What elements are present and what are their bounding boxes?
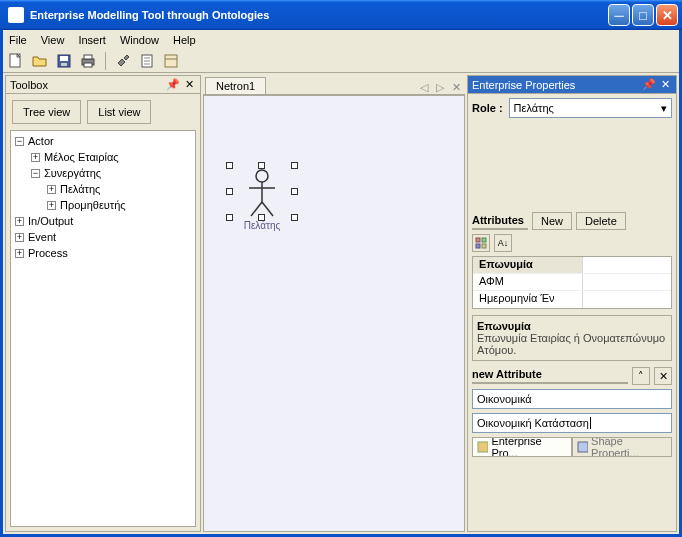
tree-node[interactable]: In/Output xyxy=(28,215,73,227)
actor-label: Πελάτης xyxy=(232,220,292,231)
toolbar xyxy=(3,49,679,73)
properties-title: Enterprise Properties xyxy=(472,79,575,91)
resize-handle[interactable] xyxy=(226,188,233,195)
tree-node-actor[interactable]: Actor xyxy=(28,135,54,147)
canvas-tabstrip: Netron1 ◁ ▷ ✕ xyxy=(203,75,465,95)
properties-header: Enterprise Properties 📌 ✕ xyxy=(468,76,676,94)
title-bar: Enterprise Modelling Tool through Ontolo… xyxy=(0,0,682,30)
chevron-down-icon: ▾ xyxy=(661,102,667,115)
close-panel-icon[interactable]: ✕ xyxy=(182,78,196,92)
app-icon xyxy=(8,7,24,23)
resize-handle[interactable] xyxy=(291,162,298,169)
tree-node[interactable]: Μέλος Εταιρίας xyxy=(44,151,119,163)
attributes-label: Attributes xyxy=(472,214,528,230)
menu-window[interactable]: Window xyxy=(120,34,159,46)
new-attribute-category-input[interactable]: Οικονομικά xyxy=(472,389,672,409)
tree-node[interactable]: Event xyxy=(28,231,56,243)
menu-insert[interactable]: Insert xyxy=(78,34,106,46)
collapse-icon[interactable]: − xyxy=(31,169,40,178)
collapse-up-icon[interactable]: ˄ xyxy=(632,367,650,385)
menu-help[interactable]: Help xyxy=(173,34,196,46)
form-icon[interactable] xyxy=(162,52,180,70)
tree-view-button[interactable]: Tree view xyxy=(12,100,81,124)
svg-rect-5 xyxy=(84,55,92,59)
new-file-icon[interactable] xyxy=(7,52,25,70)
actor-shape[interactable]: Πελάτης xyxy=(232,168,292,231)
attributes-grid[interactable]: Επωνυμία ΑΦΜ Ημερομηνία Έν xyxy=(472,256,672,309)
expand-icon[interactable]: + xyxy=(47,201,56,210)
resize-handle[interactable] xyxy=(258,162,265,169)
toolbox-title: Toolbox xyxy=(10,79,48,91)
tab-shape-properties[interactable]: Shape Properti... xyxy=(572,438,672,457)
save-icon[interactable] xyxy=(55,52,73,70)
svg-rect-3 xyxy=(61,63,67,66)
description-title: Επωνυμία xyxy=(477,320,667,332)
settings-icon[interactable] xyxy=(114,52,132,70)
role-select[interactable]: Πελάτης ▾ xyxy=(509,98,672,118)
new-button[interactable]: New xyxy=(532,212,572,230)
maximize-button[interactable]: □ xyxy=(632,4,654,26)
expand-icon[interactable]: + xyxy=(15,233,24,242)
expand-icon[interactable]: + xyxy=(15,249,24,258)
toolbox-header: Toolbox 📌 ✕ xyxy=(6,76,200,94)
tree-node[interactable]: Συνεργάτης xyxy=(44,167,101,179)
resize-handle[interactable] xyxy=(226,162,233,169)
expand-icon[interactable]: + xyxy=(31,153,40,162)
resize-handle[interactable] xyxy=(291,214,298,221)
svg-rect-21 xyxy=(482,244,486,248)
menu-view[interactable]: View xyxy=(41,34,65,46)
grid-row[interactable]: Ημερομηνία Έν xyxy=(473,291,583,308)
properties-panel: Enterprise Properties 📌 ✕ Role : Πελάτης… xyxy=(467,75,677,532)
grid-row-selected[interactable]: Επωνυμία xyxy=(473,257,583,273)
grid-row[interactable]: ΑΦΜ xyxy=(473,274,583,290)
tab-close-icon[interactable]: ✕ xyxy=(448,81,465,94)
categorize-icon[interactable] xyxy=(472,234,490,252)
cancel-new-icon[interactable]: ✕ xyxy=(654,367,672,385)
new-attribute-name-input[interactable]: Οικονομική Κατάσταση xyxy=(472,413,672,433)
close-button[interactable]: ✕ xyxy=(656,4,678,26)
canvas-panel: Netron1 ◁ ▷ ✕ Πελάτης xyxy=(203,75,465,532)
minimize-button[interactable]: ─ xyxy=(608,4,630,26)
description-box: Επωνυμία Επωνυμία Εταιρίας ή Ονοματεπώνυ… xyxy=(472,315,672,361)
description-text: Επωνυμία Εταιρίας ή Ονοματεπώνυμο Ατόμου… xyxy=(477,332,667,356)
tree-node[interactable]: Πελάτης xyxy=(60,183,100,195)
delete-button[interactable]: Delete xyxy=(576,212,626,230)
print-icon[interactable] xyxy=(79,52,97,70)
window-title: Enterprise Modelling Tool through Ontolo… xyxy=(30,9,269,21)
canvas-tab[interactable]: Netron1 xyxy=(205,77,266,94)
tab-prev-icon[interactable]: ◁ xyxy=(416,81,432,94)
menu-file[interactable]: File xyxy=(9,34,27,46)
svg-rect-2 xyxy=(60,56,68,61)
pin-icon[interactable]: 📌 xyxy=(166,78,180,92)
list-view-button[interactable]: List view xyxy=(87,100,151,124)
role-value: Πελάτης xyxy=(514,102,554,114)
pin-icon[interactable]: 📌 xyxy=(642,78,656,92)
properties-icon xyxy=(477,441,488,453)
toolbox-tree[interactable]: −Actor +Μέλος Εταιρίας −Συνεργάτης +Πελά… xyxy=(10,130,196,527)
role-label: Role : xyxy=(472,102,503,114)
tab-next-icon[interactable]: ▷ xyxy=(432,81,448,94)
new-attribute-label: new Attribute xyxy=(472,368,628,384)
expand-icon[interactable]: + xyxy=(47,185,56,194)
open-icon[interactable] xyxy=(31,52,49,70)
resize-handle[interactable] xyxy=(291,188,298,195)
expand-icon[interactable]: + xyxy=(15,217,24,226)
resize-handle[interactable] xyxy=(258,214,265,221)
tree-node[interactable]: Προμηθευτής xyxy=(60,199,126,211)
tree-node[interactable]: Process xyxy=(28,247,68,259)
svg-rect-6 xyxy=(84,63,92,67)
properties-bottom-tabs: Enterprise Pro... Shape Properti... xyxy=(472,437,672,457)
toolbox-panel: Toolbox 📌 ✕ Tree view List view −Actor +… xyxy=(5,75,201,532)
canvas[interactable]: Πελάτης xyxy=(203,95,465,532)
sort-az-icon[interactable]: A↓ xyxy=(494,234,512,252)
tab-enterprise-properties[interactable]: Enterprise Pro... xyxy=(472,438,572,457)
svg-rect-20 xyxy=(476,244,480,248)
collapse-icon[interactable]: − xyxy=(15,137,24,146)
resize-handle[interactable] xyxy=(226,214,233,221)
svg-rect-18 xyxy=(476,238,480,242)
document-icon[interactable] xyxy=(138,52,156,70)
close-panel-icon[interactable]: ✕ xyxy=(658,78,672,92)
svg-rect-11 xyxy=(165,55,177,67)
svg-rect-23 xyxy=(578,442,588,452)
selection-handles xyxy=(226,162,298,221)
